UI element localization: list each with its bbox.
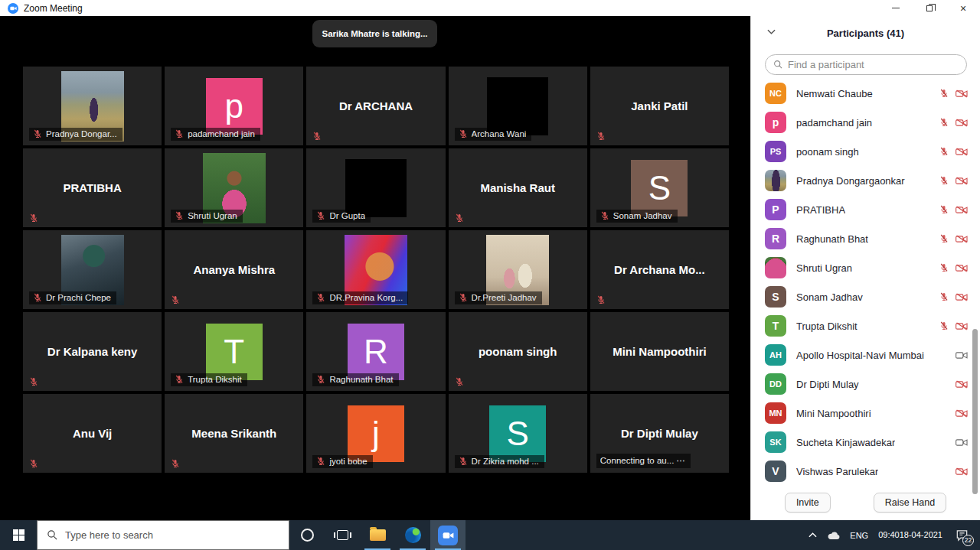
invite-button[interactable]: Invite xyxy=(785,493,831,513)
participant-row[interactable]: Pradnya Dongargaonkar xyxy=(751,166,980,195)
video-tile[interactable]: Dr Dipti MulayConnecting to au... ⋯ xyxy=(590,394,729,473)
video-tile[interactable]: Dr.Preeti Jadhav xyxy=(449,230,587,309)
tile-overlay: Raghunath Bhat xyxy=(312,373,398,386)
video-tile[interactable]: Janki Patil xyxy=(590,67,729,145)
video-off-icon xyxy=(956,177,968,185)
clock-time: 09:40 xyxy=(878,530,900,541)
video-tile[interactable]: Meena Srikanth xyxy=(165,394,303,473)
participant-name: Nemwati Chaube xyxy=(796,88,873,99)
participant-row[interactable]: DDDr Dipti Mulay xyxy=(751,369,980,399)
tray-chevron-icon[interactable] xyxy=(808,532,817,538)
participant-name-label: padamchand jain xyxy=(188,129,255,138)
edge-icon xyxy=(405,527,421,543)
tile-overlay xyxy=(312,132,322,141)
edge-button[interactable] xyxy=(395,520,430,550)
participant-name-label: Dr Gupta xyxy=(329,211,365,220)
participant-row[interactable]: SKSucheta Kinjawadekar xyxy=(751,428,980,457)
participant-status-icons xyxy=(956,380,968,389)
participant-name: Shruti Ugran xyxy=(796,262,852,274)
participant-status-icons xyxy=(939,147,968,156)
cortana-icon xyxy=(301,529,314,542)
participant-row[interactable]: SSonam Jadhav xyxy=(751,282,980,311)
tile-participant-name: Dr ARCHANA xyxy=(306,67,445,145)
participant-name: Apollo Hospital-Navi Mumbai xyxy=(796,350,924,361)
mic-muted-icon xyxy=(316,457,325,466)
cortana-button[interactable] xyxy=(289,520,325,550)
tile-participant-name: Meena Srikanth xyxy=(165,394,303,473)
mic-muted-icon xyxy=(939,176,949,185)
tile-participant-name: Dr Archana Mo... xyxy=(590,230,729,309)
video-tile[interactable]: jjyoti bobe xyxy=(306,394,445,473)
participant-row[interactable]: AHApollo Hospital-Navi Mumbai xyxy=(751,340,980,369)
chevron-down-icon[interactable] xyxy=(765,25,777,37)
connection-status-text: Connecting to au... ⋯ xyxy=(600,455,685,466)
task-view-button[interactable] xyxy=(325,520,360,550)
participant-row[interactable]: PSpoonam singh xyxy=(751,137,980,166)
video-tile[interactable]: poonam singh xyxy=(449,312,587,391)
mic-muted-icon xyxy=(939,263,949,272)
raise-hand-button[interactable]: Raise Hand xyxy=(874,493,946,513)
video-tile[interactable]: SDr Zikria mohd ... xyxy=(449,394,587,473)
tile-overlay xyxy=(29,213,38,223)
participant-row[interactable]: ppadamchand jain xyxy=(751,108,980,137)
tile-overlay: DR.Pravina Korg... xyxy=(312,291,408,304)
video-tile[interactable]: DR.Pravina Korg... xyxy=(306,230,445,309)
video-off-icon xyxy=(956,380,968,389)
tile-overlay: Shruti Ugran xyxy=(171,210,243,223)
video-on-icon xyxy=(956,438,968,447)
zoom-taskbar-button[interactable] xyxy=(430,520,466,550)
participant-row[interactable]: Shruti Ugran xyxy=(751,253,980,282)
video-tile[interactable]: Dr Prachi Chepe xyxy=(23,230,162,309)
tile-overlay: Sonam Jadhav xyxy=(596,210,678,223)
language-indicator[interactable]: ENG xyxy=(850,531,868,540)
video-tile[interactable]: Shruti Ugran xyxy=(165,148,303,227)
cloud-icon[interactable] xyxy=(827,531,840,540)
video-tile[interactable]: Dr Archana Mo... xyxy=(590,230,729,309)
tile-participant-name: Ananya Mishra xyxy=(165,230,303,309)
video-tile[interactable]: Ananya Mishra xyxy=(165,230,303,309)
action-center-button[interactable]: 22 xyxy=(952,526,971,545)
video-tile[interactable]: Anu Vij xyxy=(23,394,162,473)
participant-row[interactable]: VVishwas Parulekar xyxy=(751,457,980,486)
video-tile[interactable]: ppadamchand jain xyxy=(165,67,303,145)
clock[interactable]: 09:40 18-04-2021 xyxy=(878,530,942,541)
tile-overlay: Trupta Dikshit xyxy=(171,373,247,386)
participant-row[interactable]: MNMini Nampoothiri xyxy=(751,399,980,428)
video-tile[interactable]: Dr Kalpana keny xyxy=(23,312,162,391)
video-grid: Pradnya Dongar...ppadamchand jainDr ARCH… xyxy=(23,67,729,473)
video-off-icon xyxy=(956,467,968,476)
participant-row[interactable]: TTrupta Dikshit xyxy=(751,311,980,340)
video-tile[interactable]: Archana Wani xyxy=(449,67,587,145)
video-tile[interactable]: Manisha Raut xyxy=(449,148,587,227)
video-tile[interactable]: Dr Gupta xyxy=(306,148,445,227)
participant-status-icons xyxy=(939,263,968,272)
name-label: jyoti bobe xyxy=(312,455,372,468)
video-tile[interactable]: RRaghunath Bhat xyxy=(306,312,445,391)
panel-scrollbar[interactable] xyxy=(972,329,978,494)
mic-muted-icon xyxy=(316,375,325,384)
participant-search-input[interactable] xyxy=(788,59,959,70)
video-tile[interactable]: SSonam Jadhav xyxy=(590,148,729,227)
video-off-icon xyxy=(956,119,968,127)
restore-button[interactable] xyxy=(913,0,946,16)
mic-muted-icon xyxy=(29,213,38,223)
name-label: padamchand jain xyxy=(171,128,260,141)
participant-row[interactable]: NCNemwati Chaube xyxy=(751,79,980,108)
start-button[interactable] xyxy=(0,520,37,550)
video-tile[interactable]: Dr ARCHANA xyxy=(306,67,445,145)
tile-overlay: Dr Gupta xyxy=(312,210,371,223)
participant-row[interactable]: PPRATIBHA xyxy=(751,195,980,224)
close-button[interactable]: × xyxy=(946,0,980,16)
video-tile[interactable]: Mini Nampoothiri xyxy=(590,312,729,391)
video-tile[interactable]: TTrupta Dikshit xyxy=(165,312,303,391)
minimize-button[interactable] xyxy=(879,0,913,16)
file-explorer-button[interactable] xyxy=(360,520,395,550)
video-tile[interactable]: PRATIBHA xyxy=(23,148,162,227)
mic-muted-icon xyxy=(939,321,949,330)
taskbar: ENG 09:40 18-04-2021 22 xyxy=(0,520,980,550)
taskbar-search-input[interactable] xyxy=(65,529,279,541)
video-tile[interactable]: Pradnya Dongar... xyxy=(23,67,162,145)
participant-row[interactable]: RRaghunath Bhat xyxy=(751,224,980,253)
panel-title: Participants (41) xyxy=(827,28,904,39)
video-off-icon xyxy=(956,148,968,156)
